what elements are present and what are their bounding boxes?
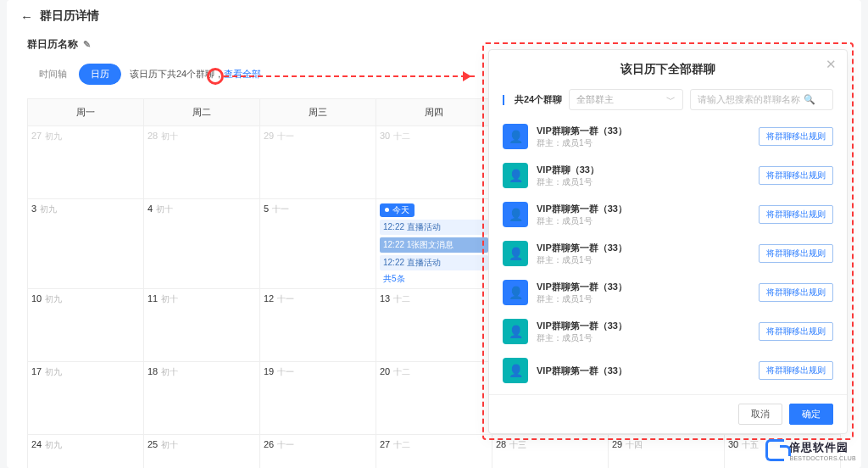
close-icon[interactable]: ✕ xyxy=(826,57,837,72)
group-row: 👤VIP群聊第一群（33）群主：成员1号将群聊移出规则 xyxy=(503,234,833,273)
cancel-button[interactable]: 取消 xyxy=(738,404,782,425)
group-row: 👤VIP群聊第一群（33）群主：成员1号将群聊移出规则 xyxy=(503,195,833,234)
toggle-timeline[interactable]: 时间轴 xyxy=(27,64,79,85)
remove-group-button[interactable]: 将群聊移出规则 xyxy=(759,322,833,341)
calendar-cell[interactable]: 19十一 xyxy=(260,362,376,435)
calendar-cell[interactable]: 28十三 xyxy=(492,435,609,469)
remove-group-button[interactable]: 将群聊移出规则 xyxy=(759,361,833,380)
today-chip: 今天 xyxy=(380,203,415,217)
group-name: VIP群聊第一群（33） xyxy=(537,320,759,332)
weekday-header: 周一 xyxy=(28,99,144,126)
page-title: 群日历详情 xyxy=(40,8,99,24)
group-avatar-icon: 👤 xyxy=(503,124,528,149)
calendar-cell[interactable]: 30十二 xyxy=(376,126,492,199)
calendar-cell[interactable]: 12十一 xyxy=(260,289,376,362)
calendar-cell[interactable]: 5十一 xyxy=(260,199,376,289)
modal-title: 该日历下全部群聊 xyxy=(489,50,847,82)
calendar-cell[interactable]: 25初十 xyxy=(144,435,260,469)
calendar-event[interactable]: 12:22 直播活动 xyxy=(380,220,488,235)
group-row: 👤VIP群聊（33）群主：成员1号将群聊移出规则 xyxy=(503,156,833,195)
calendar-cell[interactable]: 29十四 xyxy=(609,435,725,469)
group-avatar-icon: 👤 xyxy=(503,163,528,188)
search-icon: 🔍 xyxy=(804,94,815,105)
group-count: 共24个群聊 xyxy=(515,93,562,106)
back-icon[interactable]: ← xyxy=(20,9,33,24)
calendar-cell[interactable]: 20十二 xyxy=(376,362,492,435)
group-owner: 群主：成员1号 xyxy=(537,293,759,304)
calendar-event[interactable]: 12:22 直播活动 xyxy=(380,255,488,270)
group-list-modal: ✕ 该日历下全部群聊 共24个群聊 全部群主 ﹀ 请输入想搜索的群聊名称 🔍 👤… xyxy=(488,49,848,434)
remove-group-button[interactable]: 将群聊移出规则 xyxy=(759,205,833,224)
group-owner: 群主：成员1号 xyxy=(537,254,759,265)
group-name: VIP群聊（33） xyxy=(537,164,759,176)
weekday-header: 周四 xyxy=(376,99,492,126)
calendar-cell[interactable]: 28初十 xyxy=(144,126,260,199)
watermark: 倍思软件园 BESTDOCTORS.CLUB xyxy=(765,439,856,461)
chevron-down-icon: ﹀ xyxy=(666,93,676,106)
group-summary: 该日历下共24个群聊，查看全部 xyxy=(130,68,261,81)
group-avatar-icon: 👤 xyxy=(503,241,528,266)
group-owner: 群主：成员1号 xyxy=(537,176,759,187)
remove-group-button[interactable]: 将群聊移出规则 xyxy=(759,244,833,263)
toggle-calendar[interactable]: 日历 xyxy=(79,64,121,85)
group-name: VIP群聊第一群（33） xyxy=(537,281,759,292)
calendar-cell[interactable]: 4初十 xyxy=(144,199,260,289)
calendar-cell[interactable]: 27初九 xyxy=(28,126,144,199)
group-row: 👤VIP群聊第一群（33）将群聊移出规则 xyxy=(503,351,833,390)
calendar-cell[interactable]: 10初九 xyxy=(28,289,144,362)
group-owner: 群主：成员1号 xyxy=(537,332,759,343)
weekday-header: 周三 xyxy=(260,99,376,126)
view-all-link[interactable]: 查看全部 xyxy=(224,69,261,79)
search-input[interactable]: 请输入想搜索的群聊名称 🔍 xyxy=(690,89,833,110)
remove-group-button[interactable]: 将群聊移出规则 xyxy=(759,127,833,146)
remove-group-button[interactable]: 将群聊移出规则 xyxy=(759,166,833,185)
calendar-cell[interactable]: 11初十 xyxy=(144,289,260,362)
watermark-logo-icon xyxy=(765,439,784,461)
calendar-cell[interactable]: 27十二 xyxy=(376,435,492,469)
calendar-cell[interactable]: 13十二 xyxy=(376,289,492,362)
calendar-cell[interactable]: 今天12:22 直播活动12:22 1张图文消息12:22 直播活动共5条 xyxy=(376,199,492,289)
weekday-header: 周二 xyxy=(144,99,260,126)
calendar-cell[interactable]: 26十一 xyxy=(260,435,376,469)
group-list: 👤VIP群聊第一群（33）群主：成员1号将群聊移出规则👤VIP群聊（33）群主：… xyxy=(489,117,847,394)
group-owner: 群主：成员1号 xyxy=(537,215,759,226)
owner-filter-select[interactable]: 全部群主 ﹀ xyxy=(569,89,682,110)
group-avatar-icon: 👤 xyxy=(503,319,528,344)
group-owner: 群主：成员1号 xyxy=(537,137,759,148)
remove-group-button[interactable]: 将群聊移出规则 xyxy=(759,283,833,302)
confirm-button[interactable]: 确定 xyxy=(789,404,833,425)
group-avatar-icon: 👤 xyxy=(503,358,528,383)
group-name: VIP群聊第一群（33） xyxy=(537,125,759,136)
group-avatar-icon: 👤 xyxy=(503,202,528,227)
view-toggle: 时间轴 日历 xyxy=(27,64,121,85)
group-avatar-icon: 👤 xyxy=(503,280,528,305)
more-events-link[interactable]: 共5条 xyxy=(380,273,488,285)
edit-icon[interactable]: ✎ xyxy=(83,39,91,50)
calendar-cell[interactable]: 17初九 xyxy=(28,362,144,435)
group-name: VIP群聊第一群（33） xyxy=(537,242,759,254)
calendar-cell[interactable]: 3初九 xyxy=(28,199,144,289)
group-row: 👤VIP群聊第一群（33）群主：成员1号将群聊移出规则 xyxy=(503,117,833,156)
group-row: 👤VIP群聊第一群（33）群主：成员1号将群聊移出规则 xyxy=(503,273,833,312)
page-header: ← 群日历详情 xyxy=(7,0,861,32)
group-name: VIP群聊第一群（33） xyxy=(537,365,759,376)
group-row: 👤VIP群聊第一群（33）群主：成员1号将群聊移出规则 xyxy=(503,312,833,351)
calendar-cell[interactable]: 24初九 xyxy=(28,435,144,469)
calendar-cell[interactable]: 29十一 xyxy=(260,126,376,199)
calendar-event[interactable]: 12:22 1张图文消息 xyxy=(380,237,488,253)
group-name: VIP群聊第一群（33） xyxy=(537,203,759,214)
calendar-cell[interactable]: 18初十 xyxy=(144,362,260,435)
